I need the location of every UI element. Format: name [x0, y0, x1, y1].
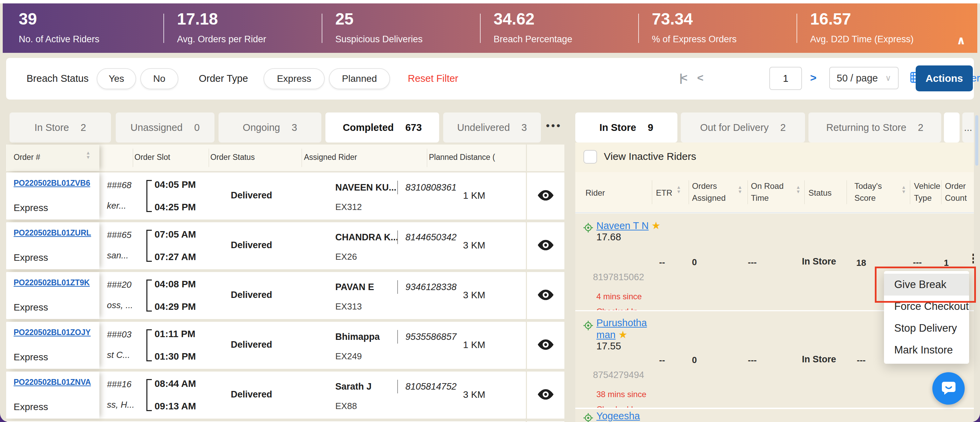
hidden-customer-cell: ###68 ker... — [101, 173, 138, 219]
stat-label: Avg. Orders per Rider — [177, 34, 266, 45]
column-divider — [133, 149, 133, 167]
chat-bubble-button[interactable] — [932, 372, 965, 404]
tab-riders-in-store[interactable]: In Store 9 — [575, 112, 678, 142]
more-order-tabs-icon[interactable]: ••• — [546, 120, 562, 131]
eye-icon[interactable] — [538, 289, 554, 302]
breach-no-pill[interactable]: No — [140, 68, 178, 89]
tab-completed[interactable]: Completed 673 — [325, 112, 439, 142]
more-rider-tabs-icon[interactable]: ... — [962, 112, 974, 142]
hidden-text: san... — [107, 250, 129, 261]
eye-icon[interactable] — [538, 339, 554, 352]
reset-filter-link[interactable]: Reset Filter — [408, 73, 458, 84]
next-page-icon[interactable]: > — [810, 72, 817, 84]
rider-location-icon[interactable] — [583, 320, 593, 332]
hidden-text: ###03 — [107, 329, 131, 340]
page-size-select[interactable]: 50 / page ∨ — [829, 67, 899, 89]
rider-location-icon[interactable] — [583, 412, 593, 422]
actions-button[interactable]: Actions — [916, 66, 973, 91]
order-type-planned-pill[interactable]: Planned — [329, 68, 390, 89]
rider-location-icon[interactable] — [583, 222, 593, 235]
eye-icon[interactable] — [538, 389, 554, 401]
order-slot-cell: 08:44 AM 09:13 AM — [146, 378, 215, 412]
rider-name: Sarath J — [335, 381, 397, 392]
page-number-input[interactable] — [769, 67, 802, 90]
tab-in-store-orders[interactable]: In Store 2 — [10, 112, 111, 142]
view-order-cell — [527, 222, 565, 269]
col-etr[interactable]: ETR — [656, 187, 672, 199]
vertical-scrollbar[interactable] — [975, 115, 978, 166]
tab-partial[interactable] — [944, 112, 959, 142]
hidden-text: ###65 — [107, 230, 131, 240]
rider-code: EX88 — [335, 401, 478, 411]
tab-count: 2 — [918, 122, 923, 133]
order-status: Delivered — [231, 190, 272, 201]
on-road-value: --- — [748, 257, 757, 268]
rider-context-menu: Give Break Force Checkout Stop Delivery … — [884, 271, 969, 364]
order-type-express-pill[interactable]: Express — [264, 68, 325, 89]
tab-out-for-delivery[interactable]: Out for Delivery 2 — [681, 112, 805, 142]
menu-item-give-break[interactable]: Give Break — [884, 274, 969, 296]
tab-unassigned[interactable]: Unassigned 0 — [116, 112, 215, 142]
tab-returning-to-store[interactable]: Returning to Store 2 — [808, 112, 941, 142]
checkin-time-alert: 38 mins since Checked In — [597, 387, 661, 408]
hidden-customer-cell: ###20 oss, ... — [101, 272, 138, 319]
filter-bar: Breach Status Yes No Order Type Express … — [6, 58, 974, 99]
stat-value: 73.34 — [652, 10, 693, 28]
sort-icon[interactable]: ▲▼ — [901, 186, 906, 195]
rider-info: Purushothaman ★ 17.55 — [597, 317, 654, 352]
sort-icon[interactable]: ▲▼ — [676, 186, 681, 195]
eye-icon[interactable] — [538, 190, 554, 202]
tab-undelivered[interactable]: Undelivered 3 — [443, 112, 541, 142]
po-link[interactable]: PO220502BL01ZOJY — [14, 328, 91, 337]
sort-icon[interactable]: ▲▼ — [86, 151, 91, 160]
stat-divider — [638, 14, 639, 43]
slot-start: 08:44 AM — [154, 378, 196, 389]
order-type: Express — [14, 252, 48, 263]
sort-icon[interactable]: ▲▼ — [796, 186, 800, 195]
top-strip — [0, 0, 980, 3]
tab-ongoing[interactable]: Ongoing 3 — [218, 112, 321, 142]
rider-name-link[interactable]: Naveen T N — [597, 220, 649, 231]
order-type: Express — [14, 203, 48, 213]
order-number-column: Order # ▲▼ PO220502BL01ZVB6 Express PO22… — [7, 144, 99, 422]
rider-status: In Store — [802, 256, 836, 267]
po-link[interactable]: PO220502BL01ZNVA — [14, 378, 91, 387]
rider-menu-icon[interactable]: ⋮ — [967, 252, 974, 266]
menu-item-mark-instore[interactable]: Mark Instore — [884, 339, 969, 361]
po-link[interactable]: PO220502BL01ZURL — [14, 229, 91, 238]
slot-end: 09:13 AM — [154, 401, 196, 412]
tab-label: In Store — [600, 122, 636, 133]
order-type: Express — [14, 401, 48, 412]
eye-icon[interactable] — [538, 240, 554, 252]
order-slot-cell: 04:05 PM 04:25 PM — [146, 179, 215, 213]
view-column-header — [527, 144, 565, 171]
po-link[interactable]: PO220502BL01ZVB6 — [14, 179, 90, 188]
prev-page-icon[interactable]: < — [697, 72, 703, 84]
rider-phone: 8197815062 — [593, 272, 644, 283]
collapse-stats-icon[interactable]: ∧ — [956, 34, 966, 47]
checkin-time-alert: 4 mins since Checked In — [597, 289, 661, 310]
col-orders-assigned[interactable]: Orders Assigned — [692, 180, 733, 204]
breach-yes-pill[interactable]: Yes — [97, 68, 136, 89]
view-inactive-checkbox[interactable] — [584, 150, 597, 164]
stat-label: Avg. D2D Time (Express) — [810, 34, 914, 45]
order-slot-cell: 07:05 AM 07:27 AM — [146, 229, 215, 263]
col-todays-score[interactable]: Today's Score — [854, 180, 888, 204]
slot-end: 07:27 AM — [154, 252, 196, 262]
order-type: Express — [14, 352, 48, 363]
col-on-road-time[interactable]: On Road Time — [751, 180, 788, 204]
po-link[interactable]: PO220502BL01ZT9K — [14, 278, 90, 287]
orders-assigned-value: 0 — [692, 257, 697, 268]
tab-label: Unassigned — [130, 122, 183, 133]
hidden-text: ###16 — [107, 379, 131, 390]
rider-code: EX26 — [335, 252, 478, 262]
menu-item-force-checkout[interactable]: Force Checkout — [884, 296, 969, 317]
menu-item-stop-delivery[interactable]: Stop Delivery — [884, 317, 969, 339]
rider-name-link[interactable]: Yogeesha — [597, 411, 640, 421]
page-size-value: 50 / page — [837, 73, 878, 84]
rider-row-partial: Yogeesha — [575, 409, 974, 422]
order-status: Delivered — [231, 240, 272, 251]
sort-icon[interactable]: ▲▼ — [738, 186, 742, 195]
first-page-icon[interactable]: |< — [679, 72, 686, 84]
tab-count: 3 — [292, 122, 297, 133]
